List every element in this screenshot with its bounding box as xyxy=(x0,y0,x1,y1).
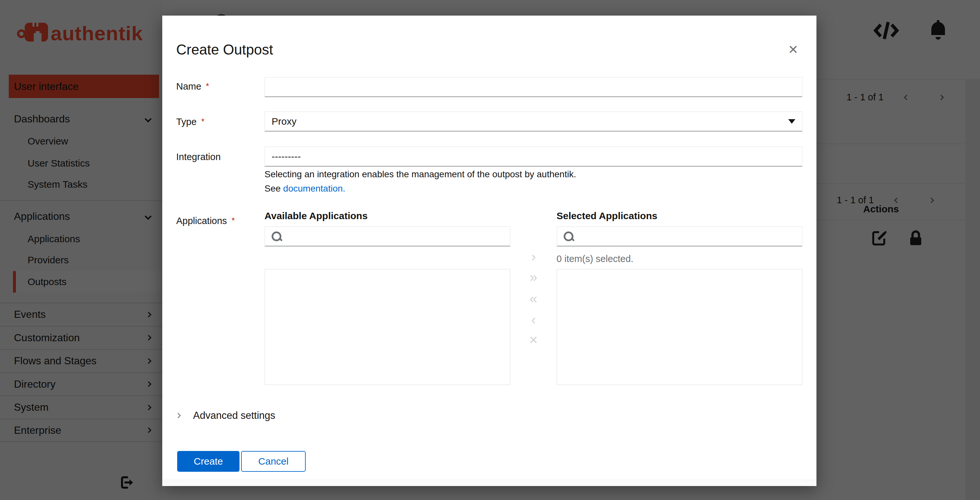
close-icon[interactable]: ✕ xyxy=(788,43,798,56)
caret-down-icon xyxy=(788,119,795,124)
required-marker: * xyxy=(231,216,235,225)
type-select-value: Proxy xyxy=(272,116,297,127)
applications-label: Applications* xyxy=(176,216,235,226)
available-applications-listbox[interactable] xyxy=(264,269,511,385)
remove-selected-button[interactable]: ‹ xyxy=(522,313,545,326)
integration-help-text: Selecting an integration enables the man… xyxy=(264,169,576,180)
type-select[interactable]: Proxy xyxy=(264,111,802,132)
name-input[interactable] xyxy=(264,77,802,97)
documentation-link[interactable]: documentation. xyxy=(283,183,345,194)
chevron-right-icon xyxy=(175,413,181,419)
advanced-settings-toggle[interactable]: Advanced settings xyxy=(176,410,275,422)
create-button[interactable]: Create xyxy=(177,451,239,472)
name-label: Name* xyxy=(176,81,209,92)
required-marker: * xyxy=(206,81,209,91)
screen: authentik User interface Dashboards Over… xyxy=(0,0,980,500)
type-label: Type* xyxy=(176,116,204,127)
integration-help-see: See documentation. xyxy=(264,183,345,194)
add-all-button[interactable]: » xyxy=(522,271,545,284)
remove-all-button[interactable]: « xyxy=(522,292,545,306)
modal-title: Create Outpost xyxy=(176,41,273,58)
selected-search xyxy=(557,226,802,247)
integration-label: Integration xyxy=(176,151,221,162)
selected-applications-listbox[interactable] xyxy=(557,269,802,385)
integration-select-value: --------- xyxy=(272,151,301,162)
clear-selection-button[interactable]: ✕ xyxy=(522,334,545,346)
selected-search-input[interactable] xyxy=(579,227,802,246)
required-marker: * xyxy=(201,116,204,126)
modal-footer-strip xyxy=(162,479,816,486)
add-selected-button[interactable]: › xyxy=(522,250,545,264)
selected-applications-title: Selected Applications xyxy=(557,210,657,221)
cancel-button[interactable]: Cancel xyxy=(241,451,306,472)
selected-count-status: 0 item(s) selected. xyxy=(557,253,633,264)
available-search xyxy=(264,226,511,247)
advanced-settings-label: Advanced settings xyxy=(193,410,275,422)
available-search-input[interactable] xyxy=(286,227,510,246)
search-icon xyxy=(271,231,282,242)
search-icon xyxy=(563,231,574,242)
integration-select[interactable]: --------- xyxy=(264,146,802,167)
create-outpost-modal: Create Outpost ✕ Name* Type* Proxy Integ… xyxy=(162,16,816,486)
available-applications-title: Available Applications xyxy=(264,210,368,221)
